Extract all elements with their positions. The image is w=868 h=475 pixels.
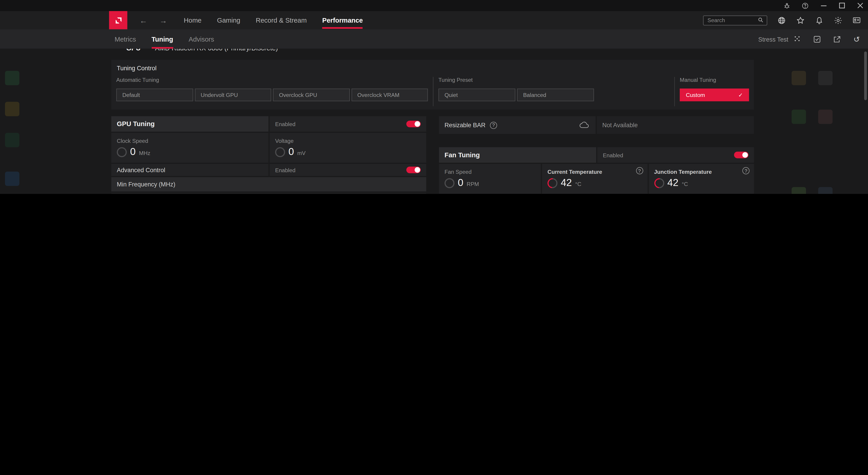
nav-gaming[interactable]: Gaming	[217, 16, 240, 24]
overclock-gpu-button[interactable]: Overclock GPU	[273, 89, 349, 101]
performance-subnav: Metrics Tuning Advisors Stress Test	[0, 29, 868, 49]
desktop-icon	[792, 109, 806, 124]
tasks-check-icon[interactable]	[812, 34, 822, 44]
fan-tuning-card: Fan Tuning Enabled Fan Speed 0 RPM	[439, 147, 754, 194]
scrollbar[interactable]	[864, 49, 867, 194]
custom-button-label: Custom	[686, 92, 705, 98]
voltage-unit: mV	[297, 150, 306, 156]
desktop-icon	[5, 171, 20, 186]
cloud-icon	[579, 121, 590, 129]
help-icon[interactable]	[802, 2, 809, 9]
favorites-star-icon[interactable]	[796, 15, 805, 25]
amd-logo[interactable]	[109, 11, 127, 29]
automatic-tuning-label: Automatic Tuning	[116, 77, 428, 83]
bug-report-icon[interactable]	[783, 2, 790, 9]
voltage-gauge	[275, 147, 285, 157]
minimize-button[interactable]	[820, 2, 827, 9]
resizable-bar-row: Resizable BAR ? Not Available	[439, 116, 754, 134]
nav-record-stream[interactable]: Record & Stream	[256, 16, 307, 24]
resizable-bar-label: Resizable BAR	[445, 122, 486, 128]
gpu-tuning-title: GPU Tuning	[111, 116, 269, 132]
fan-speed-label: Fan Speed	[445, 169, 472, 175]
forward-icon[interactable]: →	[159, 16, 167, 25]
fan-speed-gauge	[445, 178, 455, 188]
stress-test-dice-icon	[793, 34, 802, 44]
min-frequency-band: Min Frequency (MHz)	[111, 177, 426, 192]
main-menu: Home Gaming Record & Stream Performance	[184, 16, 363, 24]
help-icon[interactable]: ?	[490, 122, 497, 129]
gpu-advanced-control-label: Advanced Control	[111, 164, 269, 176]
desktop-icon	[792, 71, 806, 85]
gpu-tuning-card: GPU Tuning Enabled Clock Speed 0 MHz	[111, 116, 426, 194]
reset-icon[interactable]: ↺	[852, 34, 862, 44]
balanced-button[interactable]: Balanced	[517, 89, 594, 101]
automatic-tuning-group: Automatic Tuning Default Undervolt GPU O…	[111, 74, 433, 109]
current-temp-value: 42	[561, 177, 572, 189]
manual-tuning-label: Manual Tuning	[680, 77, 749, 83]
gpu-tuning-toggle[interactable]	[406, 121, 421, 127]
search-input[interactable]	[703, 15, 767, 25]
desktop-icon	[5, 71, 20, 85]
fan-tuning-toggle[interactable]	[734, 152, 748, 158]
desktop-icon	[5, 102, 20, 116]
junction-temp-gauge	[652, 176, 666, 190]
tab-tuning[interactable]: Tuning	[151, 35, 173, 43]
device-header: GPU AMD Radeon RX 6800 (Primary/Discrete…	[126, 49, 278, 52]
overclock-vram-button[interactable]: Overclock VRAM	[351, 89, 428, 101]
tuning-control-panel: Tuning Control Automatic Tuning Default …	[111, 60, 754, 109]
gpu-advanced-toggle[interactable]	[406, 166, 421, 173]
nav-home[interactable]: Home	[184, 16, 202, 24]
manual-tuning-group: Manual Tuning Custom ✓	[675, 74, 754, 109]
check-icon: ✓	[738, 92, 743, 98]
voltage-label: Voltage	[275, 138, 293, 144]
window-titlebar	[0, 0, 868, 11]
voltage-value: 0	[288, 146, 294, 158]
maximize-button[interactable]	[838, 2, 845, 9]
current-temp-label: Current Temperature	[548, 169, 602, 175]
help-icon[interactable]: ?	[742, 167, 749, 175]
close-button[interactable]	[857, 2, 864, 9]
stress-test-button[interactable]: Stress Test	[758, 34, 802, 44]
fan-speed-unit: RPM	[467, 181, 479, 187]
junction-temp-label: Junction Temperature	[654, 169, 712, 175]
clock-speed-label: Clock Speed	[117, 138, 148, 144]
back-icon[interactable]: ←	[140, 16, 147, 25]
junction-temp-unit: °C	[682, 181, 688, 187]
search-field[interactable]	[706, 17, 757, 24]
scrollbar-thumb[interactable]	[864, 52, 867, 100]
custom-button[interactable]: Custom ✓	[680, 89, 749, 101]
settings-gear-icon[interactable]	[833, 15, 843, 25]
resizable-bar-status: Not Available	[597, 116, 754, 134]
fan-tuning-status: Enabled	[603, 152, 623, 158]
desktop-icon	[792, 187, 806, 194]
current-temp-gauge	[546, 176, 559, 190]
desktop-icon	[818, 187, 833, 194]
globe-icon[interactable]	[777, 15, 786, 25]
search-icon[interactable]	[757, 15, 764, 25]
tab-advisors[interactable]: Advisors	[189, 35, 214, 43]
stress-test-label: Stress Test	[758, 36, 788, 42]
tuning-page: GURU GPU AMD Radeon RX 6800 (Primary/Dis…	[0, 49, 868, 194]
help-icon[interactable]: ?	[636, 167, 643, 175]
notifications-bell-icon[interactable]	[814, 15, 824, 25]
desktop-icon	[818, 71, 833, 85]
main-navbar: ← → Home Gaming Record & Stream Performa…	[0, 11, 868, 29]
nav-performance[interactable]: Performance	[322, 16, 363, 24]
desktop-icon	[5, 133, 20, 147]
fan-speed-value: 0	[458, 177, 463, 189]
gpu-label: GPU	[126, 49, 141, 52]
current-temp-unit: °C	[575, 181, 582, 187]
export-share-icon[interactable]	[832, 34, 842, 44]
tuning-preset-label: Tuning Preset	[438, 77, 669, 83]
screen: ← → Home Gaming Record & Stream Performa…	[0, 0, 868, 194]
tuning-control-title: Tuning Control	[111, 60, 754, 73]
tab-metrics[interactable]: Metrics	[115, 35, 136, 43]
default-button[interactable]: Default	[116, 89, 193, 101]
tuning-preset-group: Tuning Preset Quiet Balanced	[434, 74, 674, 109]
quiet-button[interactable]: Quiet	[438, 89, 515, 101]
undervolt-gpu-button[interactable]: Undervolt GPU	[195, 89, 271, 101]
account-card-icon[interactable]	[852, 15, 862, 25]
clock-speed-value: 0	[130, 146, 136, 158]
junction-temp-value: 42	[667, 177, 678, 189]
fan-tuning-title: Fan Tuning	[439, 147, 596, 163]
